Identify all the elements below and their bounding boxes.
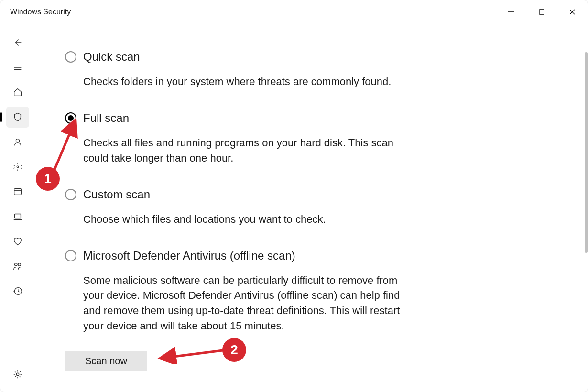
option-description: Choose which files and locations you wan… [83,212,409,227]
home-icon [12,87,23,98]
option-title: Microsoft Defender Antivirus (offline sc… [83,249,409,262]
maximize-icon [538,9,545,15]
sidebar-firewall[interactable] [6,156,29,177]
sidebar-family[interactable] [6,256,29,277]
close-icon [569,9,576,15]
close-button[interactable] [557,0,588,23]
annotation-badge-2: 2 [222,338,246,362]
annotation-badge-1: 1 [36,167,60,191]
svg-rect-11 [15,214,21,218]
app-browser-icon [12,186,23,197]
minimize-icon [508,9,514,15]
minimize-button[interactable] [496,0,526,23]
content-area: Quick scan Checks folders in your system… [35,23,588,392]
firewall-icon [12,162,23,172]
menu-icon [12,62,23,73]
heart-icon [12,236,23,247]
window-title: Windows Security [10,8,71,16]
svg-point-14 [18,263,21,266]
radio-offline[interactable] [65,250,76,261]
option-title: Quick scan [83,50,409,64]
option-text: Quick scan Checks folders in your system… [83,50,409,89]
history-icon [12,286,23,296]
sidebar-device-security[interactable] [6,206,29,227]
body-area: Quick scan Checks folders in your system… [0,23,588,392]
scan-option-quick[interactable]: Quick scan Checks folders in your system… [65,50,409,89]
svg-point-8 [17,166,19,168]
sidebar-back[interactable] [6,32,29,53]
scan-now-button[interactable]: Scan now [65,351,147,371]
option-description: Some malicious software can be particula… [83,273,409,334]
svg-point-13 [15,263,17,266]
laptop-icon [12,211,23,222]
shield-icon [12,112,23,122]
titlebar: Windows Security [0,0,588,23]
scan-option-offline[interactable]: Microsoft Defender Antivirus (offline sc… [65,249,409,334]
scan-option-full[interactable]: Full scan Checks all files and running p… [65,111,409,166]
option-text: Microsoft Defender Antivirus (offline sc… [83,249,409,334]
option-description: Checks folders in your system where thre… [83,74,409,89]
sidebar-home[interactable] [6,82,29,103]
svg-rect-9 [14,189,22,195]
sidebar-account-protection[interactable] [6,131,29,152]
radio-full[interactable] [65,112,76,124]
option-text: Custom scan Choose which files and locat… [83,188,409,227]
option-title: Custom scan [83,188,409,201]
svg-point-16 [16,373,19,376]
scan-option-custom[interactable]: Custom scan Choose which files and locat… [65,188,409,227]
arrow-left-icon [12,37,23,48]
svg-rect-1 [539,10,544,14]
option-description: Checks all files and running programs on… [83,135,409,166]
sidebar [0,23,35,392]
app-window: Windows Security [0,0,588,392]
family-icon [12,261,23,272]
option-text: Full scan Checks all files and running p… [83,111,409,166]
sidebar-app-browser[interactable] [6,181,29,202]
sidebar-settings[interactable] [6,364,29,385]
svg-point-7 [16,139,19,142]
radio-custom[interactable] [65,189,76,200]
sidebar-menu[interactable] [6,57,29,78]
account-icon [12,137,23,147]
option-title: Full scan [83,111,409,125]
gear-icon [12,369,23,380]
sidebar-virus-protection[interactable] [6,107,29,128]
scrollbar[interactable] [585,52,588,253]
radio-quick[interactable] [65,51,76,63]
maximize-button[interactable] [526,0,557,23]
window-controls [496,0,588,23]
sidebar-device-performance[interactable] [6,231,29,252]
sidebar-history[interactable] [6,281,29,302]
